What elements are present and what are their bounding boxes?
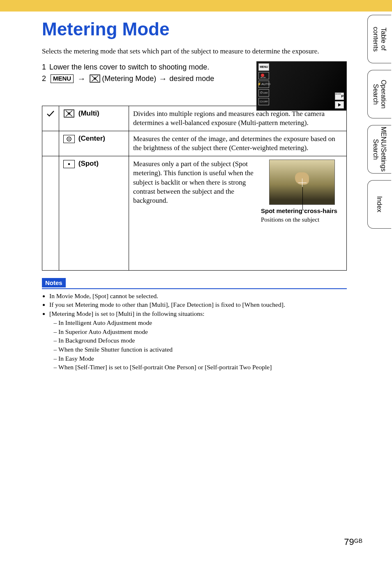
- tab-table-of-contents[interactable]: Table of contents: [367, 15, 391, 63]
- tab-menu-settings-search[interactable]: MENU/Settings Search: [367, 125, 391, 174]
- lcd-playback-icon: [335, 101, 344, 109]
- lcd-movie-icon: MOVIE: [258, 72, 269, 79]
- notes-subitem: In Superior Auto Adjustment mode: [58, 327, 347, 336]
- notes-item: In Movie Mode, [Spot] cannot be selected…: [49, 292, 347, 301]
- metering-multi-icon: [63, 109, 75, 118]
- spot-mode-cell: (Spot): [59, 156, 129, 270]
- table-row-spot: (Spot) Measures only a part of the subje…: [42, 156, 347, 270]
- notes-section: Notes In Movie Mode, [Spot] cannot be se…: [42, 278, 347, 372]
- notes-subitem: When the Smile Shutter function is activ…: [58, 345, 347, 354]
- lcd-menu-icon: MENU: [258, 63, 269, 71]
- arrow-icon: →: [159, 74, 167, 83]
- lcd-mode-p-icon: MODEP: [335, 93, 344, 100]
- center-label: (Center): [78, 134, 105, 142]
- center-mode-cell: (Center): [59, 131, 129, 156]
- spot-caption: Spot metering cross-hairs: [261, 207, 343, 215]
- lcd-flash-icon: ⚡AUTO: [258, 81, 269, 88]
- metering-center-icon: [63, 135, 75, 143]
- menu-button-icon: MENU: [51, 74, 74, 83]
- step-1-text: Lower the lens cover to switch to shooti…: [49, 63, 209, 72]
- page-number: 79GB: [344, 537, 362, 547]
- multi-mode-cell: (Multi): [59, 106, 129, 131]
- metering-spot-icon: [63, 160, 75, 168]
- notes-badge: Notes: [42, 278, 66, 287]
- arrow-icon: →: [77, 74, 85, 83]
- svg-point-8: [68, 163, 70, 165]
- metering-multi-icon: [90, 74, 100, 83]
- tab-index[interactable]: Index: [367, 180, 391, 229]
- step-2-label: (Metering Mode): [102, 74, 156, 83]
- multi-label: (Multi): [78, 109, 99, 117]
- notes-item: [Metering Mode] is set to [Multi] in the…: [49, 309, 347, 372]
- notes-subitem: When [Self-Timer] is set to [Self-portra…: [58, 363, 347, 372]
- default-check-icon: [42, 106, 59, 131]
- page-title: Metering Mode: [42, 19, 347, 39]
- step-2-num: 2: [42, 74, 46, 83]
- svg-text:MOVIE: MOVIE: [261, 76, 266, 78]
- modes-table: (Multi) Divides into multiple regions an…: [42, 106, 347, 271]
- top-accent-bar: [0, 0, 392, 12]
- notes-subitem: In Intelligent Auto Adjustment mode: [58, 318, 347, 327]
- lcd-drive-icon: ▭OFF: [258, 98, 269, 105]
- lcd-screenshot: MENU MOVIE ⚡AUTO ⏱OFF ▭OFF MODEP: [256, 61, 347, 111]
- center-desc: Measures the center of the image, and de…: [129, 131, 347, 156]
- svg-point-7: [68, 138, 69, 139]
- notes-subitem: In Easy Mode: [58, 354, 347, 363]
- spot-metering-illustration: [269, 160, 335, 205]
- spot-desc: Measures only a part of the subject (Spo…: [133, 160, 258, 205]
- notes-subitem: In Background Defocus mode: [58, 336, 347, 345]
- spot-figure: Spot metering cross-hairs Positions on t…: [261, 160, 343, 224]
- step-1-num: 1: [42, 63, 46, 72]
- tab-operation-search[interactable]: Operation Search: [367, 70, 391, 118]
- table-row-center: (Center) Measures the center of the imag…: [42, 131, 347, 156]
- notes-item: If you set Metering mode to other than […: [49, 300, 347, 309]
- spot-label: (Spot): [78, 160, 99, 167]
- steps: 1 Lower the lens cover to switch to shoo…: [42, 63, 347, 83]
- lcd-selftimer-icon: ⏱OFF: [258, 89, 269, 97]
- spot-subcaption: Positions on the subject: [261, 216, 343, 224]
- side-tabs: Table of contents Operation Search MENU/…: [367, 15, 392, 235]
- step-2-tail: desired mode: [169, 74, 214, 83]
- intro-text: Selects the metering mode that sets whic…: [42, 47, 347, 56]
